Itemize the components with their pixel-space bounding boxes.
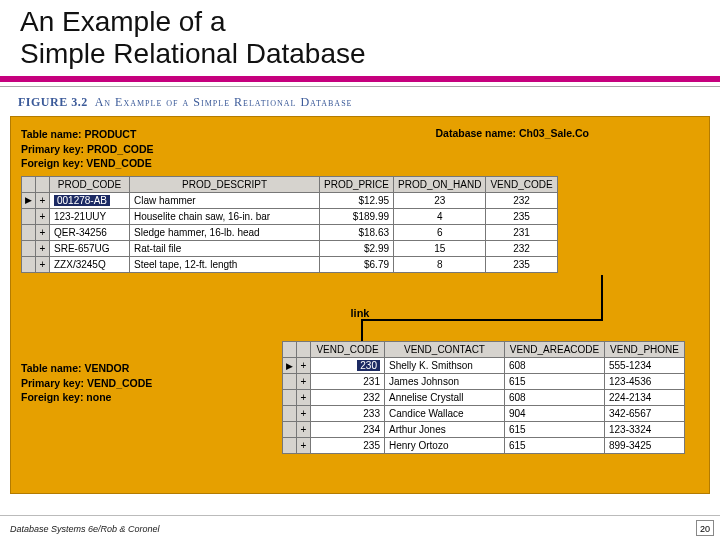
expand-icon: + [297,406,311,422]
column-header: VEND_CODE [311,342,385,358]
cell: ZZX/3245Q [50,256,130,272]
table-row: +SRE-657UGRat-tail file$2.9915232 [22,240,558,256]
cell: 235 [486,208,557,224]
vendor-expand-header [297,342,311,358]
title-line-2: Simple Relational Database [20,38,366,69]
row-selector [283,406,297,422]
cell: $189.99 [320,208,394,224]
cell: 342-6567 [605,406,685,422]
cell: 23 [394,192,486,208]
vendor-rowselector-header [283,342,297,358]
row-selector: ▶ [22,192,36,208]
expand-icon: + [36,224,50,240]
cell: SRE-657UG [50,240,130,256]
vendor-grid-wrap: VEND_CODEVEND_CONTACTVEND_AREACODEVEND_P… [282,341,685,454]
footer-text: Database Systems 6e/Rob & Coronel [10,524,160,534]
column-header: PROD_ON_HAND [394,176,486,192]
cell: Henry Ortozo [385,438,505,454]
title-line-1: An Example of a [20,6,225,37]
product-table-label: Table name: [21,128,82,140]
product-meta: Table name: PRODUCT Primary key: PROD_CO… [21,127,699,170]
cell: 6 [394,224,486,240]
footer-rule [0,515,720,516]
table-row: ▶+230Shelly K. Smithson608555-1234 [283,358,685,374]
column-header: VEND_AREACODE [505,342,605,358]
page-number: 20 [696,520,714,536]
cell: 230 [311,358,385,374]
cell: James Johnson [385,374,505,390]
product-pk-label: Primary key: [21,143,84,155]
product-pk: PROD_CODE [87,143,154,155]
cell: $18.63 [320,224,394,240]
cell: 123-4536 [605,374,685,390]
cell: $2.99 [320,240,394,256]
product-expand-header [36,176,50,192]
database-name: Ch03_Sale.Co [519,127,589,139]
cell: Arthur Jones [385,422,505,438]
cell: Steel tape, 12-ft. length [130,256,320,272]
table-row: ▶+001278-ABClaw hammer$12.9523232 [22,192,558,208]
expand-icon: + [297,358,311,374]
cell: $12.95 [320,192,394,208]
figure-number: FIGURE 3.2 [18,95,88,109]
cell: 555-1234 [605,358,685,374]
cell: 123-3324 [605,422,685,438]
figure-panel: Database name: Ch03_Sale.Co Table name: … [10,116,710,494]
table-row: +232Annelise Crystall608224-2134 [283,390,685,406]
product-rowselector-header [22,176,36,192]
cell: 123-21UUY [50,208,130,224]
column-header: VEND_PHONE [605,342,685,358]
database-label: Database name: [436,127,517,139]
cell: 608 [505,390,605,406]
link-label: link [11,307,709,319]
expand-icon: + [297,422,311,438]
cell: 608 [505,358,605,374]
cell: $6.79 [320,256,394,272]
vendor-fk-label: Foreign key: [21,391,83,403]
product-fk: VEND_CODE [86,157,151,169]
expand-icon: + [297,374,311,390]
cell: Houselite chain saw, 16-in. bar [130,208,320,224]
cell: 899-3425 [605,438,685,454]
row-selector [283,390,297,406]
table-row: +233Candice Wallace904342-6567 [283,406,685,422]
cell: 232 [486,192,557,208]
column-header: VEND_CONTACT [385,342,505,358]
row-selector [22,224,36,240]
column-header: PROD_PRICE [320,176,394,192]
column-header: PROD_CODE [50,176,130,192]
table-row: +123-21UUYHouselite chain saw, 16-in. ba… [22,208,558,224]
expand-icon: + [36,240,50,256]
vendor-table-name: VENDOR [84,362,129,374]
cell: QER-34256 [50,224,130,240]
link-line-vertical-lower [361,319,363,341]
table-row: +234Arthur Jones615123-3324 [283,422,685,438]
expand-icon: + [297,438,311,454]
product-fk-label: Foreign key: [21,157,83,169]
figure-label: FIGURE 3.2 An Example of a Simple Relati… [18,95,720,110]
cell: 233 [311,406,385,422]
link-line-horizontal [361,319,603,321]
product-header-row: PROD_CODEPROD_DESCRIPTPROD_PRICEPROD_ON_… [22,176,558,192]
cell: 15 [394,240,486,256]
product-grid: PROD_CODEPROD_DESCRIPTPROD_PRICEPROD_ON_… [21,176,558,273]
table-row: +QER-34256Sledge hammer, 16-lb. head$18.… [22,224,558,240]
cell: Candice Wallace [385,406,505,422]
cell: 232 [486,240,557,256]
expand-icon: + [36,256,50,272]
cell: 615 [505,438,605,454]
row-selector [22,256,36,272]
cell: 615 [505,374,605,390]
vendor-header-row: VEND_CODEVEND_CONTACTVEND_AREACODEVEND_P… [283,342,685,358]
cell: 231 [311,374,385,390]
row-selector [283,374,297,390]
expand-icon: + [36,192,50,208]
product-grid-wrap: PROD_CODEPROD_DESCRIPTPROD_PRICEPROD_ON_… [21,176,699,273]
cell: 232 [311,390,385,406]
vendor-pk-label: Primary key: [21,377,84,389]
cell: Shelly K. Smithson [385,358,505,374]
cell: 4 [394,208,486,224]
row-selector: ▶ [283,358,297,374]
cell: 231 [486,224,557,240]
cell: Sledge hammer, 16-lb. head [130,224,320,240]
